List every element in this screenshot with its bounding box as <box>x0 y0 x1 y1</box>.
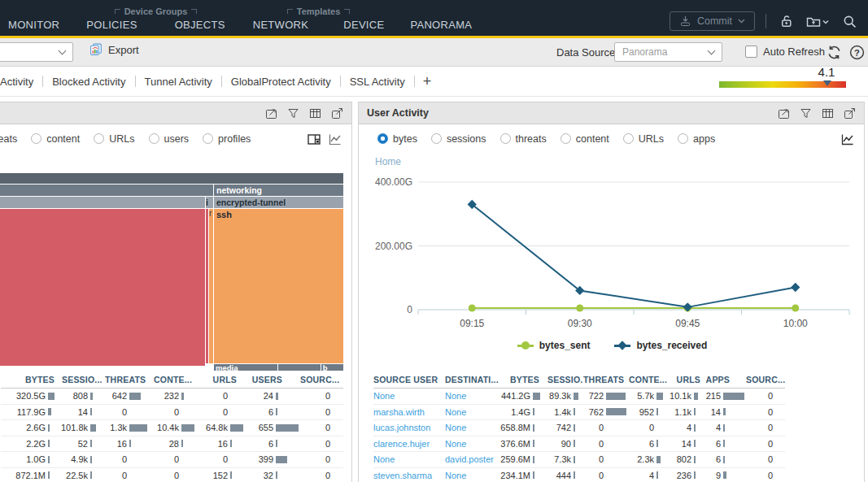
treemap-category-band[interactable] <box>0 173 343 184</box>
source-user-link[interactable]: steven.sharma <box>373 471 445 480</box>
value-bar <box>533 456 534 463</box>
radio-unselected-icon[interactable] <box>560 133 571 144</box>
treemap-cell-sliver[interactable] <box>206 209 208 363</box>
treemap-cell-small[interactable] <box>278 364 321 371</box>
divider <box>765 14 766 28</box>
help-icon[interactable]: ? <box>849 45 865 63</box>
cell-bar-slot <box>90 440 105 447</box>
radio-option-threats[interactable]: threats <box>0 133 17 145</box>
auto-refresh-checkbox[interactable] <box>745 46 757 58</box>
nav-item-policies[interactable]: POLICIES <box>86 19 137 31</box>
treemap-category-networking[interactable]: networking <box>214 185 343 196</box>
radio-option-sessions[interactable]: sessions <box>431 133 486 145</box>
filter-icon[interactable] <box>799 106 812 119</box>
destination-user-link[interactable]: None <box>445 439 500 449</box>
radio-selected-icon[interactable] <box>377 133 388 144</box>
legend-item-bytes_sent[interactable]: bytes_sent <box>517 340 591 351</box>
radio-option-urls[interactable]: URLs <box>623 133 664 145</box>
radio-unselected-icon[interactable] <box>203 133 213 144</box>
destination-user-link[interactable]: None <box>445 391 500 401</box>
value-bar <box>694 393 698 400</box>
nav-item-network[interactable]: NETWORK <box>253 19 309 31</box>
treemap-category-cell[interactable] <box>0 185 213 196</box>
device-context-icon[interactable] <box>805 12 830 30</box>
source-user-link[interactable]: clarence.hujer <box>373 439 445 449</box>
tab-activity[interactable]: Activity <box>0 76 42 88</box>
radio-unselected-icon[interactable] <box>623 133 634 144</box>
cell-bar-slot <box>276 456 300 463</box>
source-user-link[interactable]: lucas.johnston <box>373 423 445 432</box>
data-source-select[interactable]: Panorama <box>614 42 722 62</box>
table-cell-numeric: 0 <box>300 391 343 401</box>
radio-option-urls[interactable]: URLs <box>94 133 134 145</box>
nav-item-device[interactable]: DEVICE <box>343 19 384 31</box>
radio-unselected-icon[interactable] <box>431 133 442 144</box>
breadcrumb-home[interactable]: Home <box>375 156 401 167</box>
treemap-cell-small[interactable]: b <box>321 364 343 371</box>
radio-option-profiles[interactable]: profiles <box>203 133 251 145</box>
legend-item-bytes_received[interactable]: bytes_received <box>614 340 707 351</box>
export-widget-icon[interactable] <box>843 106 856 119</box>
cell-value: 0 <box>174 471 179 480</box>
tab-ssl-activity[interactable]: SSL Activity <box>341 76 414 88</box>
treemap-view-icon[interactable] <box>308 132 321 145</box>
destination-user-link[interactable]: None <box>445 407 500 417</box>
radio-option-content[interactable]: content <box>560 133 609 145</box>
radio-unselected-icon[interactable] <box>678 133 688 144</box>
treemap-subcategory-encrypted-tunnel[interactable]: encrypted-tunnel <box>214 197 343 208</box>
unlock-icon[interactable] <box>777 12 795 30</box>
refresh-icon[interactable] <box>827 45 842 63</box>
treemap-cell-ssh[interactable]: ssh <box>214 209 343 363</box>
radio-unselected-icon[interactable] <box>500 133 511 144</box>
destination-user-link[interactable]: david.poster <box>445 454 500 464</box>
treemap-cell-large-red[interactable] <box>0 209 205 366</box>
table-cell-numeric: 0 <box>629 423 670 432</box>
table-row: steven.sharmaNone234.1M4440423690 <box>373 468 785 482</box>
source-user-link[interactable]: None <box>373 454 445 464</box>
table-icon[interactable] <box>821 106 834 119</box>
value-bar <box>656 471 658 479</box>
treemap-subcategory-cell[interactable] <box>0 197 205 208</box>
tab-tunnel-activity[interactable]: Tunnel Activity <box>136 76 221 88</box>
source-user-link[interactable]: None <box>373 391 445 401</box>
tab-blocked-activity[interactable]: Blocked Activity <box>43 76 134 88</box>
radio-option-users[interactable]: users <box>149 133 190 145</box>
tab-globalprotect-activity[interactable]: GlobalProtect Activity <box>222 76 340 88</box>
radio-option-threats[interactable]: threats <box>500 133 547 145</box>
radio-unselected-icon[interactable] <box>31 133 41 144</box>
source-user-link[interactable]: marsha.wirth <box>373 407 445 417</box>
table-icon[interactable] <box>308 106 321 119</box>
cell-bar-slot <box>90 393 105 400</box>
filter-icon[interactable] <box>286 106 299 119</box>
context-select[interactable] <box>0 42 73 62</box>
nav-item-monitor[interactable]: MONITOR <box>8 19 59 31</box>
radio-unselected-icon[interactable] <box>94 133 104 144</box>
line-graph-view-icon[interactable] <box>841 132 854 145</box>
add-tab-button[interactable]: + <box>415 73 440 90</box>
maximize-icon[interactable] <box>777 106 790 119</box>
search-icon[interactable] <box>840 12 858 30</box>
export-button[interactable]: Export <box>89 43 139 56</box>
cell-value: 1.4k <box>554 407 571 417</box>
line-graph-view-icon[interactable] <box>329 132 342 145</box>
radio-option-bytes[interactable]: bytes <box>377 133 417 145</box>
treemap-cell-media[interactable]: media <box>214 364 277 371</box>
treemap-bottom-strip: media b <box>214 364 343 371</box>
radio-option-apps[interactable]: apps <box>678 133 715 145</box>
cell-bar-slot <box>230 408 241 415</box>
destination-user-link[interactable]: None <box>445 471 500 480</box>
treemap-cell-fragment[interactable]: r <box>209 209 213 363</box>
destination-user-link[interactable]: None <box>445 423 500 432</box>
maximize-icon[interactable] <box>264 106 277 119</box>
cell-value: 1.3k <box>110 423 127 432</box>
treemap-subcategory-fragment[interactable]: i <box>206 197 213 208</box>
export-widget-icon[interactable] <box>330 106 343 119</box>
cell-value: 90 <box>561 439 571 449</box>
nav-item-objects[interactable]: OBJECTS <box>175 19 225 31</box>
commit-button[interactable]: Commit <box>670 11 755 31</box>
auto-refresh-toggle[interactable]: Auto Refresh <box>745 46 825 58</box>
table-cell-numeric: 655 <box>241 423 300 432</box>
radio-option-content[interactable]: content <box>31 133 80 145</box>
nav-item-panorama[interactable]: PANORAMA <box>410 19 472 31</box>
radio-unselected-icon[interactable] <box>149 133 159 144</box>
